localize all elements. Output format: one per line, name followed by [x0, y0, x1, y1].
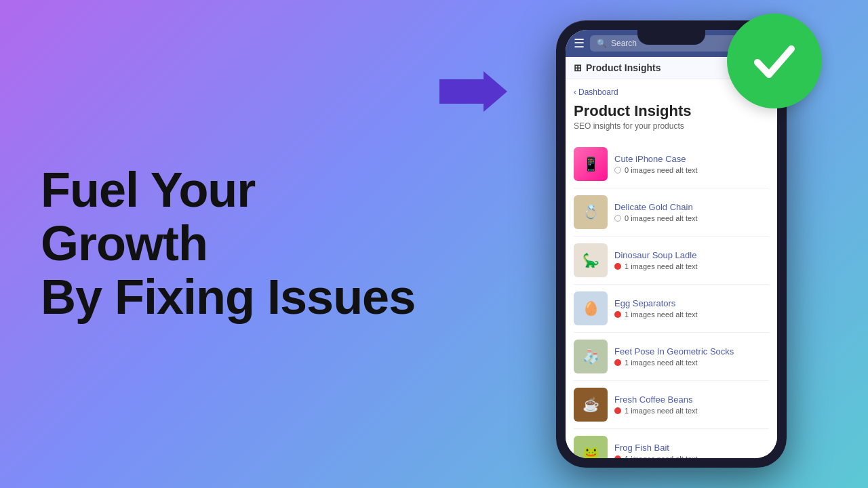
product-info: Delicate Gold Chain 0 images need alt te… — [614, 202, 769, 222]
alt-text-label: 1 images need alt text — [625, 310, 698, 319]
product-thumbnail: 🥚 — [574, 291, 608, 325]
product-thumbnail: 📱 — [574, 147, 608, 181]
page-title-label: Product Insights — [586, 62, 660, 73]
product-thumbnail: ☕ — [574, 388, 608, 422]
product-item[interactable]: 🦕 Dinosaur Soup Ladle 1 images need alt … — [574, 237, 769, 285]
product-info: Feet Pose In Geometric Socks 1 images ne… — [614, 346, 769, 367]
alt-text-status: 1 images need alt text — [614, 407, 769, 415]
alt-text-status: 1 images need alt text — [614, 310, 769, 319]
product-info: Cute iPhone Case 0 images need alt text — [614, 154, 769, 174]
product-name: Delicate Gold Chain — [614, 202, 769, 212]
search-placeholder: Search — [611, 39, 637, 48]
alt-text-status: 0 images need alt text — [614, 214, 769, 222]
product-name: Cute iPhone Case — [614, 154, 769, 164]
section-subtitle: SEO insights for your products — [574, 121, 769, 131]
section-title: Product Insights — [574, 102, 769, 120]
product-info: Fresh Coffee Beans 1 images need alt tex… — [614, 394, 769, 415]
product-name: Egg Separators — [614, 298, 769, 308]
status-dot — [614, 359, 621, 366]
alt-text-label: 1 images need alt text — [625, 407, 698, 415]
product-thumbnail: 🧦 — [574, 340, 608, 373]
product-item[interactable]: 🐸 Frog Fish Bait 1 images need alt text — [574, 429, 769, 458]
alt-text-label: 0 images need alt text — [625, 214, 698, 222]
alt-text-status: 1 images need alt text — [614, 455, 769, 458]
alt-text-label: 0 images need alt text — [625, 166, 698, 174]
status-dot — [614, 455, 621, 458]
status-dot — [614, 263, 621, 270]
hamburger-icon[interactable]: ☰ — [574, 36, 585, 51]
status-dot — [614, 311, 621, 318]
product-name: Dinosaur Soup Ladle — [614, 250, 769, 260]
headline: Fuel Your Growth By Fixing Issues — [41, 163, 420, 325]
product-thumbnail: 🐸 — [574, 436, 608, 458]
alt-text-label: 1 images need alt text — [625, 359, 698, 367]
arrow-shape — [439, 71, 507, 112]
alt-text-status: 0 images need alt text — [614, 166, 769, 174]
product-name: Frog Fish Bait — [614, 443, 769, 453]
product-item[interactable]: 📱 Cute iPhone Case 0 images need alt tex… — [574, 140, 769, 188]
product-item[interactable]: 🥚 Egg Separators 1 images need alt text — [574, 285, 769, 333]
product-info: Dinosaur Soup Ladle 1 images need alt te… — [614, 250, 769, 270]
headline-text: Fuel Your Growth By Fixing Issues — [41, 163, 420, 325]
status-dot — [614, 407, 621, 414]
product-name: Feet Pose In Geometric Socks — [614, 346, 769, 357]
product-thumbnail: 🦕 — [574, 243, 608, 277]
check-badge — [727, 14, 822, 108]
product-item[interactable]: 💍 Delicate Gold Chain 0 images need alt … — [574, 188, 769, 237]
product-list: 📱 Cute iPhone Case 0 images need alt tex… — [574, 140, 769, 458]
alt-text-label: 1 images need alt text — [625, 262, 698, 270]
content-area: ‹ Dashboard Product Insights SEO insight… — [566, 79, 777, 458]
alt-text-status: 1 images need alt text — [614, 359, 769, 367]
status-dot — [614, 167, 621, 174]
product-info: Egg Separators 1 images need alt text — [614, 298, 769, 319]
back-chevron: ‹ — [574, 87, 576, 97]
alt-text-label: 1 images need alt text — [625, 455, 698, 458]
product-item[interactable]: ☕ Fresh Coffee Beans 1 images need alt t… — [574, 381, 769, 429]
status-dot — [614, 215, 621, 222]
product-thumbnail: 💍 — [574, 195, 608, 229]
back-label: Dashboard — [578, 87, 618, 97]
product-name: Fresh Coffee Beans — [614, 394, 769, 405]
grid-icon: ⊞ — [574, 62, 582, 73]
product-info: Frog Fish Bait 1 images need alt text — [614, 443, 769, 458]
checkmark-icon — [747, 34, 802, 88]
product-item[interactable]: 🧦 Feet Pose In Geometric Socks 1 images … — [574, 333, 769, 381]
alt-text-status: 1 images need alt text — [614, 262, 769, 270]
phone-notch — [637, 30, 705, 45]
search-icon: 🔍 — [597, 39, 607, 48]
